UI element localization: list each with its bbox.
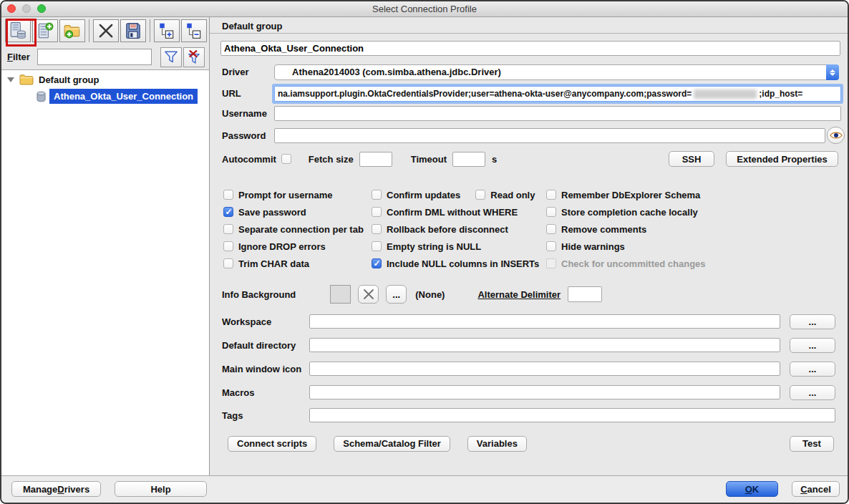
profile-name-input[interactable]	[220, 41, 840, 56]
workspace-label: Workspace	[222, 316, 309, 327]
profile-tree-panel: Filter	[1, 17, 209, 475]
ok-button[interactable]: OK	[726, 481, 778, 497]
password-input[interactable]	[274, 128, 825, 143]
option-row[interactable]: Confirm DML without WHERE	[372, 203, 539, 220]
checkbox[interactable]	[546, 224, 556, 234]
pick-color-button[interactable]: ...	[386, 285, 407, 304]
info-background-label: Info Background	[222, 289, 296, 300]
alternate-delimiter-label[interactable]: Alternate Delimiter	[477, 289, 561, 300]
checkbox[interactable]	[372, 207, 382, 217]
copy-profile-button[interactable]	[32, 19, 58, 42]
driver-select[interactable]: Athena2014003 (com.simba.athena.jdbc.Dri…	[274, 64, 839, 80]
cancel-button[interactable]: Cancel	[792, 481, 840, 497]
new-profile-icon	[9, 21, 27, 40]
checkbox-checked[interactable]	[223, 207, 233, 217]
extended-properties-button[interactable]: Extended Properties	[726, 151, 838, 167]
tags-label: Tags	[222, 410, 309, 421]
filter-input[interactable]	[37, 49, 152, 65]
url-input[interactable]: na.iamsupport.plugin.OktaCredentialsProv…	[274, 86, 841, 102]
schema-catalog-filter-button[interactable]: Schema/Catalog Filter	[334, 436, 450, 452]
default-directory-input[interactable]	[309, 338, 780, 352]
option-row[interactable]: Separate connection per tab	[223, 220, 364, 238]
timeout-label: Timeout	[411, 154, 447, 165]
workspace-input[interactable]	[309, 314, 780, 329]
workspace-row: Workspace ...	[222, 314, 835, 329]
option-row[interactable]: Remember DbExplorer Schema	[546, 186, 706, 203]
macros-browse-button[interactable]: ...	[790, 385, 835, 400]
option-row[interactable]: Store completion cache locally	[546, 203, 706, 220]
option-row[interactable]: Include NULL columns in INSERTs	[372, 255, 539, 272]
zoom-button[interactable]	[37, 4, 46, 13]
main-window-icon-browse-button[interactable]: ...	[790, 362, 835, 377]
checkbox-disabled	[546, 258, 556, 268]
checkbox[interactable]	[223, 224, 233, 234]
clear-filter-button[interactable]	[183, 47, 205, 67]
new-profile-button[interactable]	[5, 19, 31, 42]
collapse-groups-button[interactable]	[181, 19, 207, 42]
workspace-browse-button[interactable]: ...	[790, 314, 835, 329]
option-row[interactable]: Save password	[223, 203, 364, 220]
group-header-label: Default group	[222, 21, 283, 32]
option-row[interactable]: Confirm updates	[372, 190, 460, 200]
disclosure-triangle-icon[interactable]	[7, 77, 14, 82]
checkbox[interactable]	[223, 190, 233, 200]
tags-input[interactable]	[309, 408, 835, 422]
apply-filter-button[interactable]	[160, 47, 182, 67]
test-button[interactable]: Test	[790, 436, 834, 452]
clear-color-button[interactable]	[358, 285, 379, 304]
toolbar-separator	[89, 19, 89, 42]
fetch-size-input[interactable]	[359, 152, 392, 167]
main-window-icon-row: Main window icon ...	[222, 361, 835, 377]
variables-button[interactable]: Variables	[467, 436, 527, 452]
checkbox[interactable]	[475, 190, 485, 200]
window-title: Select Connection Profile	[372, 4, 477, 14]
option-row[interactable]: Ignore DROP errors	[223, 238, 364, 255]
close-button[interactable]	[7, 4, 16, 13]
manage-drivers-button[interactable]: Manage Drivers	[11, 481, 101, 497]
connection-options-grid: Prompt for username Save password Separa…	[223, 186, 840, 276]
help-button[interactable]: Help	[115, 481, 207, 497]
driver-label: Driver	[222, 67, 249, 77]
tree-connection-row[interactable]: Athena_Okta_User_Connection	[36, 89, 198, 104]
info-background-value: (None)	[415, 289, 445, 300]
profile-tree: Default group Athena_Okta_User_Connectio…	[1, 69, 209, 475]
option-row[interactable]: Remove comments	[546, 220, 706, 238]
connect-scripts-button[interactable]: Connect scripts	[228, 436, 316, 452]
option-row[interactable]: Read only	[475, 190, 535, 200]
minimize-button[interactable]	[22, 4, 31, 13]
checkbox[interactable]	[546, 207, 556, 217]
default-directory-browse-button[interactable]: ...	[790, 338, 835, 353]
timeout-input[interactable]	[452, 152, 485, 167]
alternate-delimiter-input[interactable]	[568, 286, 602, 302]
checkbox[interactable]	[223, 258, 233, 268]
delete-profile-button[interactable]	[93, 19, 119, 42]
filter-label: Filter	[7, 52, 30, 62]
checkbox[interactable]	[546, 241, 556, 251]
option-row[interactable]: Empty string is NULL	[372, 238, 539, 255]
database-icon	[36, 91, 47, 102]
tree-connection-label: Athena_Okta_User_Connection	[49, 89, 198, 104]
profile-form-panel: Default group Driver Athena2014003 (com.…	[209, 17, 848, 475]
checkbox-checked[interactable]	[372, 258, 382, 268]
ssh-button[interactable]: SSH	[669, 151, 714, 167]
checkbox[interactable]	[546, 190, 556, 200]
autocommit-checkbox[interactable]	[281, 154, 291, 164]
checkbox[interactable]	[372, 241, 382, 251]
new-folder-button[interactable]	[59, 19, 85, 42]
username-input[interactable]	[274, 106, 841, 121]
checkbox[interactable]	[372, 190, 382, 200]
checkbox[interactable]	[372, 224, 382, 234]
macros-input[interactable]	[309, 385, 780, 399]
option-row[interactable]: Trim CHAR data	[223, 255, 364, 272]
main-window-icon-input[interactable]	[309, 362, 780, 376]
macros-row: Macros ...	[222, 384, 835, 400]
show-password-button[interactable]	[827, 127, 845, 144]
option-row[interactable]: Prompt for username	[223, 186, 364, 203]
expand-groups-button[interactable]	[154, 19, 180, 42]
save-profiles-button[interactable]	[120, 19, 146, 42]
tree-group-row[interactable]: Default group	[7, 74, 100, 85]
option-row[interactable]: Hide warnings	[546, 238, 706, 255]
password-label: Password	[222, 130, 266, 141]
checkbox[interactable]	[223, 241, 233, 251]
option-row[interactable]: Rollback before disconnect	[372, 220, 539, 238]
